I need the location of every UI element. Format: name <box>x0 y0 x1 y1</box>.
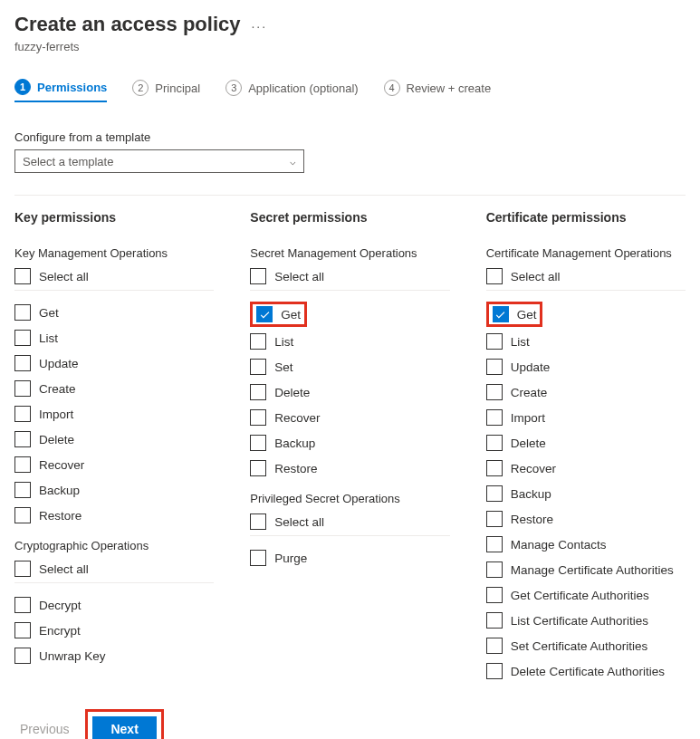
checkbox[interactable] <box>14 304 31 321</box>
checkbox[interactable] <box>14 456 31 473</box>
permission-row[interactable]: Encrypt <box>14 618 214 643</box>
checkbox[interactable] <box>14 431 31 447</box>
checkbox[interactable] <box>486 435 503 451</box>
permission-row[interactable]: Purge <box>250 545 449 571</box>
checkbox[interactable] <box>250 409 266 426</box>
checkbox-label: Create <box>39 382 76 396</box>
permission-column: Secret permissionsSecret Management Oper… <box>250 210 449 684</box>
permission-row[interactable]: Delete <box>250 379 449 405</box>
checkbox[interactable] <box>493 306 509 322</box>
checkbox[interactable] <box>486 561 503 578</box>
checkbox[interactable] <box>250 460 266 476</box>
next-button[interactable]: Next <box>92 716 156 739</box>
checkbox[interactable] <box>250 435 266 451</box>
permission-row[interactable]: List <box>14 325 214 350</box>
checkbox[interactable] <box>486 663 503 679</box>
select-all-row[interactable]: Select all <box>250 511 449 536</box>
checkbox[interactable] <box>250 550 266 566</box>
permission-row[interactable]: Get <box>14 300 214 325</box>
permission-row[interactable]: Restore <box>486 506 686 532</box>
tab-principal[interactable]: 2Principal <box>132 79 200 102</box>
checkbox[interactable] <box>486 536 503 552</box>
select-all-row[interactable]: Select all <box>14 265 214 291</box>
checkbox[interactable] <box>486 511 503 527</box>
checkbox-label: Get Certificate Authorities <box>511 589 649 602</box>
permission-row[interactable]: Set Certificate Authorities <box>486 633 686 658</box>
group-title: Certificate Management Operations <box>486 246 686 260</box>
checkbox[interactable] <box>250 359 266 375</box>
checkbox[interactable] <box>14 507 31 523</box>
permission-row[interactable]: Manage Contacts <box>486 532 686 557</box>
permission-row[interactable]: Delete Certificate Authorities <box>486 658 686 684</box>
checkbox[interactable] <box>486 268 503 284</box>
checkbox[interactable] <box>14 482 31 498</box>
permission-row[interactable]: Recover <box>250 405 449 430</box>
checkbox[interactable] <box>486 359 503 375</box>
checkbox[interactable] <box>486 460 503 476</box>
checkbox[interactable] <box>14 622 31 638</box>
checkbox-label: Restore <box>274 462 317 475</box>
permission-row[interactable]: Unwrap Key <box>14 643 214 668</box>
permission-row[interactable]: Import <box>14 401 214 427</box>
permission-row[interactable]: Manage Certificate Authorities <box>486 557 686 582</box>
permission-row[interactable]: Delete <box>486 430 686 456</box>
previous-button: Previous <box>16 716 72 739</box>
checkbox-label: Unwrap Key <box>39 649 106 663</box>
checkbox[interactable] <box>250 513 266 530</box>
checkbox[interactable] <box>486 638 503 654</box>
select-all-row[interactable]: Select all <box>250 265 449 291</box>
checkbox[interactable] <box>486 485 503 502</box>
permission-row[interactable]: Import <box>486 405 686 430</box>
checkbox[interactable] <box>14 406 31 422</box>
checkbox-label: Restore <box>511 513 553 526</box>
permission-row[interactable]: Delete <box>14 427 214 452</box>
permission-row[interactable]: Restore <box>250 456 449 481</box>
tab-label: Principal <box>155 82 200 95</box>
permission-row[interactable]: Restore <box>14 503 214 528</box>
permission-row[interactable]: Create <box>14 376 214 401</box>
permission-row[interactable]: Get <box>486 302 543 327</box>
tab-review-create[interactable]: 4Review + create <box>384 79 492 102</box>
tab-permissions[interactable]: 1Permissions <box>14 79 107 102</box>
checkbox[interactable] <box>486 384 503 400</box>
permission-row[interactable]: Recover <box>486 456 686 481</box>
permission-row[interactable]: List <box>250 329 449 354</box>
checkbox[interactable] <box>486 409 503 426</box>
permission-row[interactable]: Backup <box>486 481 686 506</box>
checkbox[interactable] <box>486 587 503 603</box>
checkbox[interactable] <box>486 612 503 629</box>
permission-row[interactable]: Set <box>250 354 449 379</box>
template-placeholder: Select a template <box>23 155 113 168</box>
template-select[interactable]: Select a template ⌵ <box>14 149 304 173</box>
checkbox[interactable] <box>14 561 31 577</box>
permission-row[interactable]: Update <box>14 350 214 376</box>
tab-application-optional-[interactable]: 3Application (optional) <box>225 79 358 102</box>
checkbox-label: Set <box>274 360 292 374</box>
checkbox[interactable] <box>486 333 503 350</box>
permission-row[interactable]: Backup <box>250 430 449 456</box>
select-all-row[interactable]: Select all <box>14 558 214 583</box>
checkbox[interactable] <box>14 355 31 371</box>
checkbox[interactable] <box>14 648 31 664</box>
permission-row[interactable]: Decrypt <box>14 592 214 618</box>
checkbox[interactable] <box>14 380 31 397</box>
checkbox[interactable] <box>14 597 31 613</box>
permission-row[interactable]: Recover <box>14 452 214 477</box>
permission-row[interactable]: Update <box>486 354 686 379</box>
permission-row[interactable]: List Certificate Authorities <box>486 608 686 633</box>
checkbox-label: List <box>274 335 293 349</box>
checkbox[interactable] <box>250 268 266 284</box>
checkbox-label: Select all <box>274 270 324 283</box>
more-icon[interactable]: ··· <box>251 15 267 34</box>
permission-row[interactable]: List <box>486 329 686 354</box>
permission-row[interactable]: Get Certificate Authorities <box>486 582 686 608</box>
checkbox[interactable] <box>256 306 273 322</box>
permission-row[interactable]: Create <box>486 379 686 405</box>
checkbox[interactable] <box>14 330 31 346</box>
checkbox[interactable] <box>14 268 31 284</box>
checkbox[interactable] <box>250 384 266 400</box>
permission-row[interactable]: Get <box>250 302 307 327</box>
checkbox[interactable] <box>250 333 266 350</box>
permission-row[interactable]: Backup <box>14 477 214 503</box>
select-all-row[interactable]: Select all <box>486 265 686 291</box>
